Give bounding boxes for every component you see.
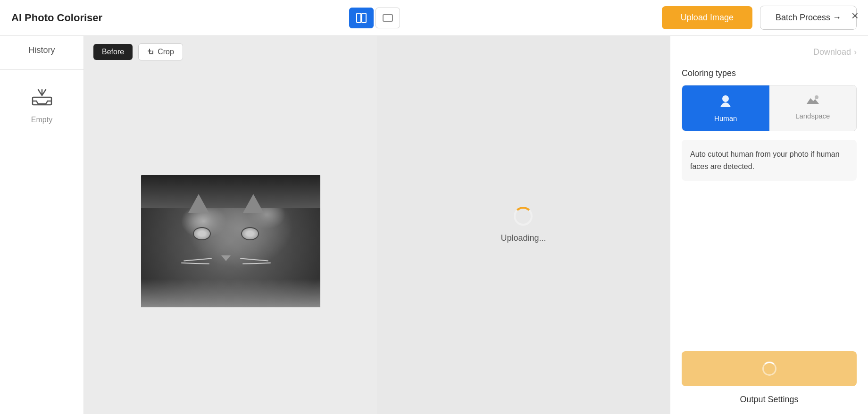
empty-text: Empty <box>31 116 52 124</box>
after-panel: Uploading... <box>377 36 670 414</box>
svg-rect-8 <box>148 51 151 51</box>
upload-spinner <box>514 207 533 226</box>
panels: Before Crop <box>84 36 670 414</box>
sidebar: History Empty <box>0 36 84 414</box>
svg-rect-6 <box>149 53 153 54</box>
panel-toolbar: Before Crop <box>84 36 377 68</box>
sidebar-divider <box>0 69 83 70</box>
before-badge: Before <box>93 44 133 60</box>
download-row: Download › <box>682 47 857 57</box>
header: AI Photo Coloriser Upload Image Batch Pr… <box>0 0 868 36</box>
upload-image-button[interactable]: Upload Image <box>662 6 752 29</box>
download-button[interactable]: Download › <box>813 47 857 57</box>
output-settings-label: Output Settings <box>682 395 857 405</box>
svg-point-10 <box>815 95 818 99</box>
empty-placeholder: Empty <box>31 89 52 124</box>
human-icon <box>718 94 733 111</box>
main-layout: History Empty Before <box>0 36 868 414</box>
batch-process-button[interactable]: Batch Process → <box>760 6 857 30</box>
right-panel: Download › Coloring types Human <box>670 36 868 414</box>
svg-rect-2 <box>383 15 392 21</box>
human-type-button[interactable]: Human <box>682 85 769 131</box>
cat-ear-right <box>243 194 264 213</box>
before-panel: Before Crop <box>84 36 377 414</box>
download-arrow-icon: › <box>854 47 857 57</box>
svg-rect-0 <box>357 13 361 23</box>
whisker-l2 <box>181 262 209 264</box>
history-label: History <box>28 45 55 55</box>
cat-face <box>179 203 273 288</box>
cat-image <box>141 175 320 307</box>
split-view-button[interactable] <box>349 8 374 28</box>
landscape-type-button[interactable]: Landspace <box>769 85 857 131</box>
cat-eye-left <box>193 227 211 240</box>
whisker-r2 <box>242 262 270 264</box>
uploading-container: Uploading... <box>501 207 546 243</box>
landscape-icon <box>806 94 820 109</box>
split-view-icon <box>356 13 367 23</box>
whisker-l1 <box>184 258 212 261</box>
svg-rect-1 <box>362 13 366 23</box>
cat-ear-left <box>188 194 209 213</box>
close-button[interactable]: × <box>851 8 859 23</box>
coloring-types-label: Coloring types <box>682 68 857 78</box>
cat-eye-right <box>241 227 259 240</box>
crop-icon <box>147 48 155 56</box>
crop-button[interactable]: Crop <box>138 43 183 60</box>
content-area: Before Crop <box>84 36 670 414</box>
process-button[interactable] <box>682 351 857 386</box>
single-view-button[interactable] <box>376 8 400 28</box>
inbox-icon <box>32 89 52 110</box>
whisker-r1 <box>240 258 268 261</box>
svg-rect-7 <box>152 51 153 54</box>
app-title: AI Photo Coloriser <box>11 12 102 24</box>
coloring-types-row: Human Landspace <box>682 85 857 131</box>
uploading-text: Uploading... <box>501 233 546 243</box>
view-toggle <box>349 8 400 28</box>
description-box: Auto cutout human from your photo if hum… <box>682 140 857 181</box>
process-spinner <box>762 362 776 376</box>
before-image-wrapper <box>84 68 377 414</box>
single-view-icon <box>383 14 393 22</box>
cat-nose <box>221 255 231 261</box>
svg-point-9 <box>722 95 729 102</box>
